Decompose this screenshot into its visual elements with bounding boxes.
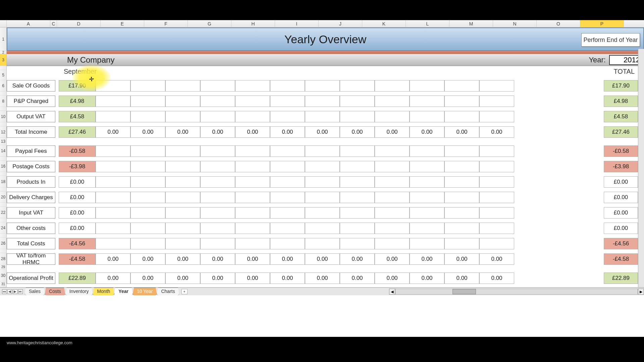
- hscroll-track[interactable]: [395, 289, 638, 295]
- cell[interactable]: 0.00: [305, 273, 340, 284]
- cell[interactable]: [479, 145, 514, 157]
- cell[interactable]: [130, 111, 165, 122]
- cell[interactable]: [444, 238, 479, 249]
- cell[interactable]: [200, 207, 235, 219]
- cell[interactable]: [235, 96, 270, 107]
- cell[interactable]: [305, 176, 340, 188]
- cell[interactable]: [479, 96, 514, 107]
- cell[interactable]: [479, 192, 514, 203]
- row-header[interactable]: [0, 249, 7, 253]
- cell[interactable]: 0.00: [200, 126, 235, 138]
- total-cell[interactable]: £4.58: [604, 111, 638, 122]
- vertical-scrollbar[interactable]: [638, 49, 644, 287]
- row-header[interactable]: [0, 66, 7, 70]
- cell[interactable]: [479, 80, 514, 92]
- column-header[interactable]: A: [7, 20, 50, 27]
- cell[interactable]: [410, 161, 444, 172]
- row-header[interactable]: [0, 203, 7, 207]
- cell[interactable]: [200, 161, 235, 172]
- cell[interactable]: [444, 80, 479, 92]
- cell[interactable]: [200, 192, 235, 203]
- cell[interactable]: [410, 192, 444, 203]
- cell[interactable]: 0.00: [165, 126, 200, 138]
- cell[interactable]: [444, 145, 479, 157]
- cell[interactable]: [130, 238, 165, 249]
- cell[interactable]: [235, 207, 270, 219]
- cell[interactable]: [130, 192, 165, 203]
- cell[interactable]: 0.00: [235, 253, 270, 265]
- cell[interactable]: 0.00: [130, 253, 165, 265]
- total-cell[interactable]: £27.46: [604, 126, 638, 138]
- column-header[interactable]: C: [50, 20, 57, 27]
- cell[interactable]: [270, 111, 305, 122]
- cell[interactable]: 0.00: [410, 126, 444, 138]
- cell[interactable]: [200, 223, 235, 234]
- column-header[interactable]: H: [231, 20, 275, 27]
- cell[interactable]: [165, 80, 200, 92]
- row-header[interactable]: 8: [0, 96, 7, 107]
- cell[interactable]: 0.00: [375, 253, 410, 265]
- cell[interactable]: [479, 111, 514, 122]
- sheet-tab[interactable]: Charts: [157, 288, 179, 295]
- cell[interactable]: [200, 145, 235, 157]
- cell[interactable]: -£0.58: [59, 145, 96, 157]
- cell[interactable]: [270, 223, 305, 234]
- select-all-cell[interactable]: [0, 20, 7, 27]
- cell[interactable]: [130, 176, 165, 188]
- row-header[interactable]: 6: [0, 80, 7, 92]
- cell[interactable]: [375, 223, 410, 234]
- cell[interactable]: 0.00: [479, 273, 514, 284]
- sheet-tab[interactable]: Year: [114, 288, 133, 295]
- cell[interactable]: £27.46: [59, 126, 96, 138]
- year-value-cell[interactable]: 2012: [609, 55, 643, 65]
- cell[interactable]: [96, 145, 130, 157]
- cell[interactable]: [165, 111, 200, 122]
- column-header[interactable]: F: [144, 20, 188, 27]
- cell[interactable]: 0.00: [444, 126, 479, 138]
- cell[interactable]: 0.00: [270, 253, 305, 265]
- cell[interactable]: [340, 238, 375, 249]
- column-header[interactable]: E: [101, 20, 144, 27]
- cell[interactable]: [479, 223, 514, 234]
- cell[interactable]: 0.00: [96, 273, 130, 284]
- cell[interactable]: [340, 192, 375, 203]
- cell[interactable]: [130, 207, 165, 219]
- cell[interactable]: [165, 161, 200, 172]
- cell[interactable]: [165, 145, 200, 157]
- cell[interactable]: 0.00: [235, 126, 270, 138]
- cell[interactable]: [235, 111, 270, 122]
- cell[interactable]: [305, 145, 340, 157]
- cell[interactable]: [340, 145, 375, 157]
- cell[interactable]: [96, 96, 130, 107]
- cell[interactable]: [270, 145, 305, 157]
- tab-nav-prev-icon[interactable]: ◀: [7, 289, 12, 294]
- cell[interactable]: 0.00: [305, 126, 340, 138]
- row-header[interactable]: [0, 92, 7, 96]
- cell[interactable]: £4.58: [59, 111, 96, 122]
- tab-nav-last-icon[interactable]: ⏭: [18, 289, 23, 294]
- cell[interactable]: [410, 176, 444, 188]
- cell[interactable]: [235, 161, 270, 172]
- row-header[interactable]: [0, 187, 7, 191]
- cell[interactable]: [375, 161, 410, 172]
- cell[interactable]: [165, 223, 200, 234]
- cell[interactable]: [340, 96, 375, 107]
- cell[interactable]: 0.00: [479, 126, 514, 138]
- cell[interactable]: [270, 80, 305, 92]
- column-header[interactable]: G: [188, 20, 231, 27]
- cell[interactable]: [375, 111, 410, 122]
- cell[interactable]: 0.00: [165, 253, 200, 265]
- row-header[interactable]: 20: [0, 191, 7, 203]
- cell[interactable]: [130, 80, 165, 92]
- cell[interactable]: [96, 192, 130, 203]
- row-header[interactable]: 24: [0, 222, 7, 234]
- row-header[interactable]: 22: [0, 207, 7, 218]
- cell[interactable]: 0.00: [479, 253, 514, 265]
- cell[interactable]: 0.00: [410, 253, 444, 265]
- cell[interactable]: [305, 223, 340, 234]
- cell[interactable]: 0.00: [410, 273, 444, 284]
- cell[interactable]: [270, 238, 305, 249]
- total-cell[interactable]: -£4.58: [604, 253, 638, 265]
- cell[interactable]: 0.00: [340, 253, 375, 265]
- perform-end-of-year-button[interactable]: Perform End of Year: [581, 33, 640, 47]
